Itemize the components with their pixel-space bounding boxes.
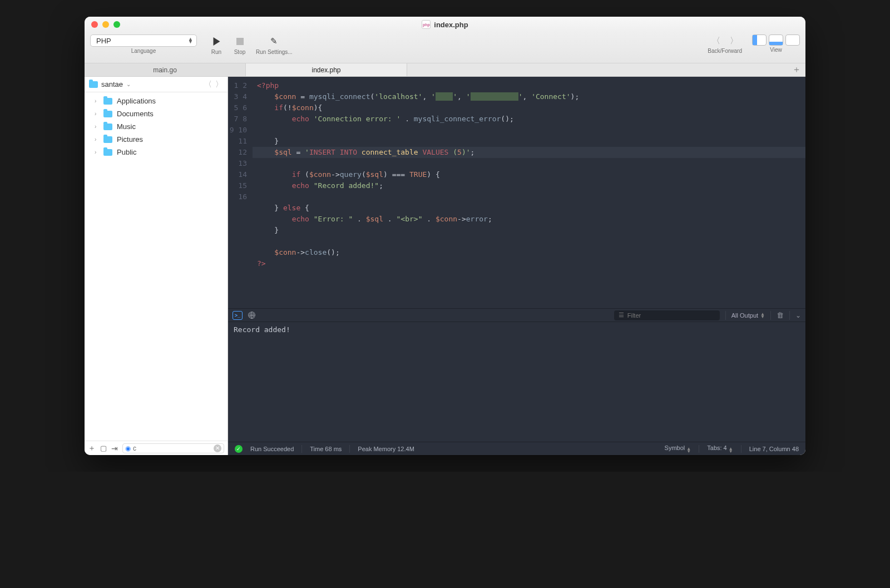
clear-console-button[interactable]: 🗑 — [777, 311, 784, 319]
clear-search-button[interactable]: ✕ — [214, 444, 221, 452]
action-button[interactable]: ⇥ — [111, 444, 118, 453]
output-mode-select[interactable]: All Output ▲▼ — [731, 312, 765, 319]
disclosure-icon: › — [95, 123, 99, 130]
language-value: PHP — [96, 37, 111, 45]
success-icon: ✓ — [235, 445, 243, 453]
tab-index-php[interactable]: index.php — [246, 63, 407, 76]
language-label: Language — [131, 48, 156, 54]
new-tab-button[interactable]: ＋ — [792, 64, 801, 76]
window-title-text: index.php — [434, 21, 468, 29]
run-status: Run Succeeded — [250, 446, 294, 452]
app-window: php index.php PHP ▲▼ Language Run Stop — [85, 17, 805, 455]
list-item[interactable]: ›Public — [85, 146, 228, 159]
tab-bar: main.go index.php ＋ — [85, 63, 805, 77]
view-console-button[interactable] — [769, 34, 783, 46]
line-gutter: 1 2 3 4 5 6 7 8 9 10 11 12 13 14 15 16 — [228, 77, 253, 308]
back-forward-label: Back/Forward — [708, 48, 742, 54]
console-panel: >_ 🌐︎ ☰ Filter All Output ▲▼ 🗑 ⌄ — [228, 308, 805, 442]
tab-rest: ＋ — [407, 63, 805, 76]
stop-button[interactable] — [230, 34, 249, 48]
tab-main-go[interactable]: main.go — [85, 63, 246, 76]
breadcrumb-nav: 〈 〉 — [204, 80, 223, 90]
disclosure-icon: › — [95, 98, 99, 104]
svg-rect-0 — [236, 38, 244, 45]
symbol-select[interactable]: Symbol ▲▼ — [665, 444, 691, 453]
language-select[interactable]: PHP ▲▼ — [90, 34, 197, 47]
body: santae ⌄ 〈 〉 ›Applications ›Documents ›M… — [85, 77, 805, 455]
close-button[interactable] — [91, 21, 98, 28]
titlebar: php index.php — [85, 17, 805, 32]
view-plain-button[interactable] — [785, 34, 800, 46]
list-item[interactable]: ›Music — [85, 120, 228, 133]
php-file-icon: php — [422, 20, 431, 29]
run-settings-label: Run Settings... — [256, 49, 293, 55]
wrench-icon: ✎ — [270, 36, 278, 46]
list-item[interactable]: ›Documents — [85, 107, 228, 120]
web-icon[interactable]: 🌐︎ — [248, 311, 256, 320]
disclosure-icon: › — [95, 136, 99, 142]
folder-icon — [103, 98, 112, 105]
sidebar-footer: ＋ ▢ ⇥ ◉ c ✕ — [85, 441, 228, 455]
view-label: View — [770, 47, 782, 53]
run-label: Run — [211, 49, 221, 55]
folder-icon — [103, 149, 112, 156]
back-forward-group: 〈 〉 — [708, 34, 741, 47]
search-icon: ◉ — [125, 444, 131, 452]
select-arrows-icon: ▲▼ — [760, 313, 765, 318]
breadcrumb: santae ⌄ 〈 〉 — [85, 77, 228, 92]
console-icon[interactable]: >_ — [233, 311, 243, 320]
list-item[interactable]: ›Pictures — [85, 133, 228, 146]
folder-icon — [103, 111, 112, 117]
add-button[interactable]: ＋ — [88, 443, 96, 453]
breadcrumb-text[interactable]: santae — [101, 80, 123, 88]
chevron-down-icon[interactable]: ⌄ — [126, 81, 131, 87]
folder-icon — [89, 81, 98, 88]
new-folder-button[interactable]: ▢ — [100, 444, 107, 452]
minimize-button[interactable] — [102, 21, 109, 28]
console-filter[interactable]: ☰ Filter — [614, 310, 720, 320]
stop-label: Stop — [234, 49, 246, 55]
toolbar: PHP ▲▼ Language Run Stop ✎ Run Settings.… — [85, 32, 805, 63]
status-bar: ✓ Run Succeeded Time 68 ms Peak Memory 1… — [228, 442, 805, 455]
status-time: Time 68 ms — [310, 446, 342, 452]
code-editor[interactable]: 1 2 3 4 5 6 7 8 9 10 11 12 13 14 15 16 <… — [228, 77, 805, 308]
crumb-back-button[interactable]: 〈 — [204, 80, 212, 90]
view-buttons — [752, 34, 800, 46]
file-list: ›Applications ›Documents ›Music ›Picture… — [85, 92, 228, 441]
run-settings-button[interactable]: ✎ — [268, 34, 280, 48]
select-arrows-icon: ▲▼ — [188, 38, 193, 43]
expand-console-button[interactable]: ⌄ — [795, 312, 801, 319]
view-sidebar-button[interactable] — [752, 34, 767, 46]
folder-icon — [103, 123, 112, 130]
run-button[interactable] — [207, 34, 226, 48]
folder-icon — [103, 136, 112, 143]
forward-button[interactable]: 〉 — [726, 34, 741, 47]
cursor-position: Line 7, Column 48 — [749, 446, 799, 452]
console-toolbar: >_ 🌐︎ ☰ Filter All Output ▲▼ 🗑 ⌄ — [228, 309, 805, 322]
tabs-select[interactable]: Tabs: 4 ▲▼ — [707, 444, 733, 453]
console-output-text: Record added! — [234, 325, 290, 334]
status-memory: Peak Memory 12.4M — [358, 446, 414, 452]
filter-placeholder: Filter — [627, 312, 641, 319]
window-title: php index.php — [85, 20, 805, 29]
search-value: c — [133, 444, 136, 452]
main: 1 2 3 4 5 6 7 8 9 10 11 12 13 14 15 16 <… — [228, 77, 805, 455]
console-output[interactable]: Record added! — [228, 322, 805, 442]
code-content[interactable]: <?php $conn = mysqli_connect('localhost'… — [253, 77, 805, 308]
filter-icon: ☰ — [619, 312, 624, 319]
list-item[interactable]: ›Applications — [85, 95, 228, 107]
disclosure-icon: › — [95, 149, 99, 155]
disclosure-icon: › — [95, 111, 99, 117]
maximize-button[interactable] — [113, 21, 120, 28]
window-controls — [91, 21, 120, 28]
sidebar-search[interactable]: ◉ c ✕ — [122, 443, 224, 453]
crumb-forward-button[interactable]: 〉 — [215, 80, 223, 90]
back-button[interactable]: 〈 — [708, 34, 724, 47]
sidebar: santae ⌄ 〈 〉 ›Applications ›Documents ›M… — [85, 77, 228, 455]
